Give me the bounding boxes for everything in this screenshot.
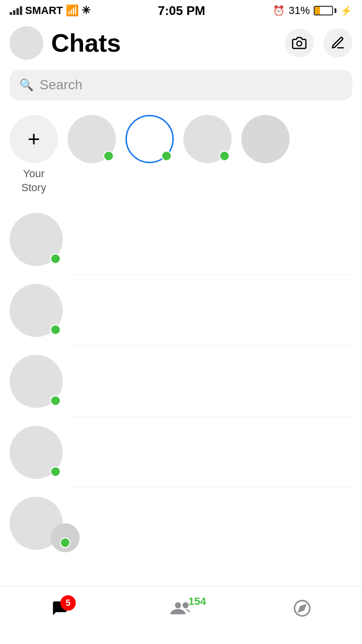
story-2-avatar-wrapper: [125, 115, 174, 163]
status-left: SMART 📶 ✳: [10, 4, 90, 17]
alarm-icon: ⏰: [273, 5, 285, 16]
svg-point-2: [182, 602, 189, 608]
add-story-button[interactable]: +: [10, 115, 58, 163]
chat-online-dot-2: [50, 324, 61, 335]
battery-icon: [314, 6, 336, 15]
chat-info-3: [63, 380, 352, 382]
story-item-3[interactable]: [183, 115, 232, 163]
chat-online-dot-4: [50, 466, 61, 477]
chat-info-4: [63, 451, 352, 453]
chat-info-1: [63, 238, 352, 240]
nav-discover[interactable]: [293, 599, 311, 622]
edit-button[interactable]: [323, 28, 352, 57]
camera-button[interactable]: [285, 28, 314, 57]
stories-row: + YourStory: [0, 105, 362, 204]
chat-avatar-wrapper-4: [10, 426, 63, 479]
activity-icon: ✳: [82, 4, 90, 17]
nav-chats[interactable]: 5: [51, 599, 69, 622]
chat-item-5[interactable]: [10, 488, 352, 559]
chat-info-2: [63, 309, 352, 311]
chat-avatar-wrapper-1: [10, 213, 63, 266]
charging-icon: ⚡: [340, 5, 352, 16]
profile-avatar[interactable]: [10, 26, 43, 60]
search-placeholder: Search: [40, 77, 83, 93]
wifi-icon: 📶: [66, 4, 79, 17]
header: Chats: [0, 21, 362, 65]
nav-people[interactable]: 154: [170, 599, 192, 622]
chat-avatar-wrapper-3: [10, 355, 63, 408]
svg-point-1: [175, 602, 181, 608]
chat-avatar-wrapper-2: [10, 284, 63, 337]
bottom-nav: 5 154: [0, 586, 362, 644]
status-time: 7:05 PM: [158, 3, 205, 18]
chat-avatar-wrapper-5: [10, 497, 72, 550]
compass-icon: [293, 599, 311, 617]
story-4-avatar-wrapper: [241, 115, 290, 163]
camera-icon: [292, 36, 306, 50]
chat-online-dot-1: [50, 253, 61, 264]
story-3-avatar-wrapper: [183, 115, 232, 163]
svg-point-0: [297, 41, 302, 46]
carrier-label: SMART: [25, 4, 63, 17]
chat-list: [0, 204, 362, 559]
your-story-label: YourStory: [21, 167, 46, 195]
chat-info-5: [72, 522, 352, 524]
signal-icon: [10, 6, 22, 15]
story-item-1[interactable]: [68, 115, 116, 163]
search-bar[interactable]: 🔍 Search: [10, 70, 352, 100]
page-title: Chats: [43, 28, 285, 57]
status-right: ⏰ 31% ⚡: [273, 4, 352, 17]
your-story-avatar: +: [10, 115, 58, 163]
chats-badge: 5: [60, 595, 76, 611]
svg-marker-4: [299, 605, 305, 611]
chat-item-3[interactable]: [10, 346, 352, 417]
chat-item-2[interactable]: [10, 275, 352, 346]
discover-icon: [293, 599, 311, 622]
battery-percent: 31%: [289, 4, 310, 17]
chat-online-dot-3: [50, 395, 61, 406]
story-4-avatar: [241, 115, 290, 163]
edit-icon: [331, 36, 345, 50]
story-item-4[interactable]: [241, 115, 290, 163]
search-icon: 🔍: [19, 78, 34, 92]
chat-item-1[interactable]: [10, 204, 352, 275]
story-item-2[interactable]: [125, 115, 174, 163]
story-3-online-dot: [219, 151, 230, 161]
story-2-online-dot: [161, 151, 172, 161]
people-count: 154: [188, 595, 206, 608]
story-item-your-story[interactable]: + YourStory: [10, 115, 58, 195]
story-1-online-dot: [103, 151, 114, 161]
search-container: 🔍 Search: [0, 65, 362, 105]
story-1-avatar-wrapper: [68, 115, 116, 163]
chat-item-4[interactable]: [10, 417, 352, 488]
status-bar: SMART 📶 ✳ 7:05 PM ⏰ 31% ⚡: [0, 0, 362, 21]
header-actions: [285, 28, 352, 57]
